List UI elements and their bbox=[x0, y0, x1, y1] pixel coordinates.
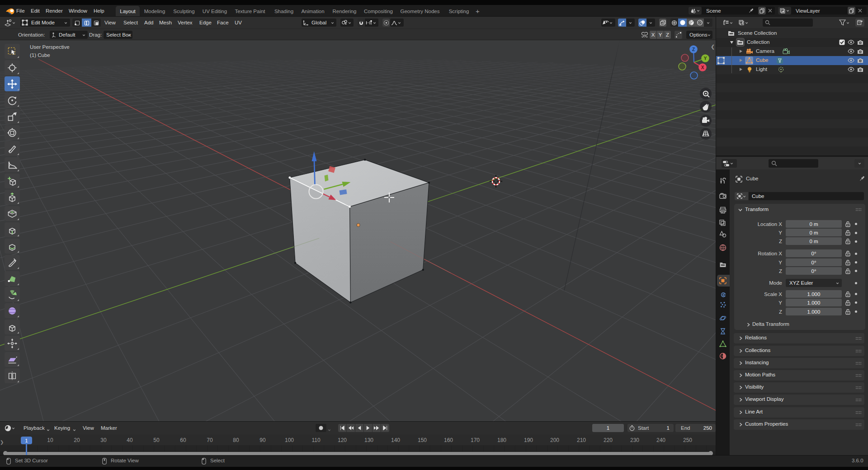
svg-text:Z: Z bbox=[692, 47, 695, 52]
svg-text:X: X bbox=[701, 65, 704, 70]
svg-text:Y: Y bbox=[704, 56, 707, 61]
